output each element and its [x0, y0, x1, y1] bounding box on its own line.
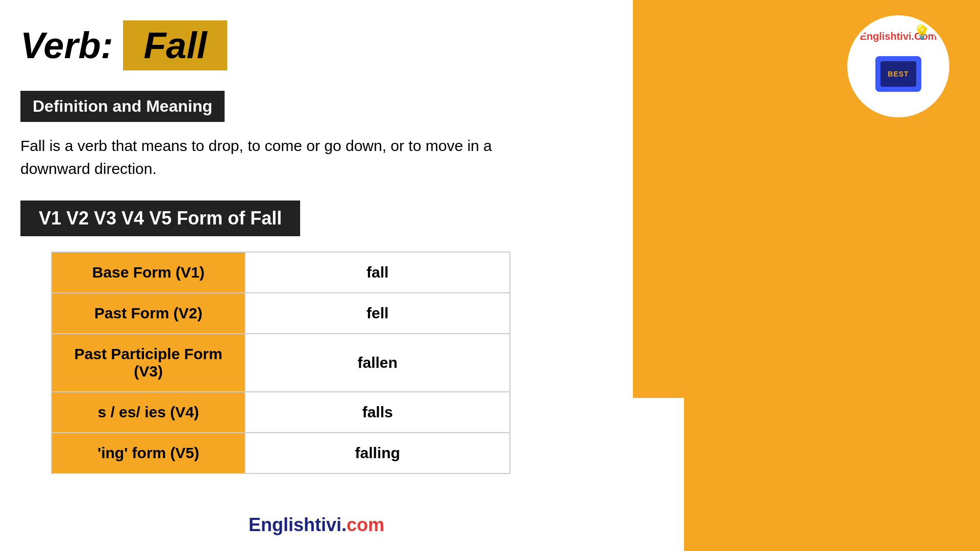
footer-brand: Englishtivi.com — [0, 514, 633, 536]
table-row: Past Form (V2)fell — [52, 293, 510, 334]
form-label: Past Participle Form (V3) — [52, 334, 245, 392]
verb-forms-table: Base Form (V1)fallPast Form (V2)fellPast… — [51, 252, 510, 474]
white-curve-decoration — [582, 398, 684, 551]
logo-tv-text: BEST — [888, 70, 909, 78]
definition-text: Fall is a verb that means to drop, to co… — [20, 134, 531, 180]
form-value: falling — [245, 433, 510, 473]
verb-name-highlight: Fall — [123, 20, 227, 70]
form-label: 'ing' form (V5) — [52, 433, 245, 473]
verb-prefix: Verb: — [20, 24, 113, 66]
form-label: Base Form (V1) — [52, 252, 245, 293]
header-row: Verb: Fall — [20, 20, 612, 70]
table-row: Base Form (V1)fall — [52, 252, 510, 293]
definition-badge: Definition and Meaning — [20, 91, 225, 122]
logo-circle: Englishtivi.Com 💡 BEST — [847, 15, 949, 117]
logo-bulb-icon: 💡 — [913, 23, 931, 40]
table-row: 'ing' form (V5)falling — [52, 433, 510, 473]
form-label: Past Form (V2) — [52, 293, 245, 334]
v-forms-badge: V1 V2 V3 V4 V5 Form of Fall — [20, 201, 300, 236]
form-value: fallen — [245, 334, 510, 392]
logo-area: Englishtivi.Com 💡 BEST — [847, 15, 949, 117]
table-row: s / es/ ies (V4)falls — [52, 392, 510, 433]
form-value: fall — [245, 252, 510, 293]
footer-brand-dark: Englishtivi — [249, 514, 341, 535]
logo-tv: BEST — [875, 56, 921, 92]
footer-dot: . — [341, 514, 347, 535]
form-value: falls — [245, 392, 510, 433]
logo-tv-screen: BEST — [880, 61, 916, 87]
main-content: Verb: Fall Definition and Meaning Fall i… — [0, 0, 633, 551]
form-label: s / es/ ies (V4) — [52, 392, 245, 433]
table-row: Past Participle Form (V3)fallen — [52, 334, 510, 392]
footer-brand-red: com — [347, 514, 384, 535]
form-value: fell — [245, 293, 510, 334]
